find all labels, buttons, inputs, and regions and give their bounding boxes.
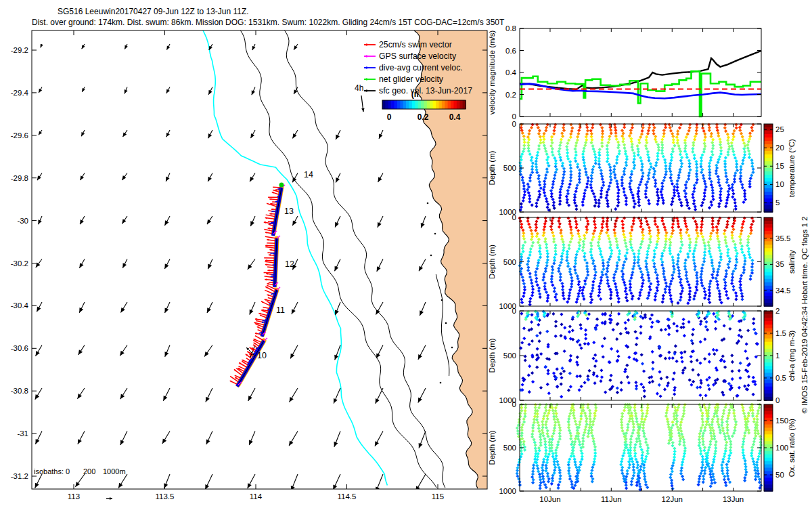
track-head-net-velocity bbox=[279, 183, 284, 188]
salinity-ytick-label: 0 bbox=[512, 213, 516, 221]
temperature-colorbar-tick: 25 bbox=[775, 125, 784, 133]
temperature-ylabel: Depth (m) bbox=[488, 150, 496, 185]
dive-number-label: 10 bbox=[257, 351, 267, 360]
date-tick-label: 10Jun bbox=[539, 495, 560, 503]
panel-salinity: 05001000Depth (m)34.53535.5salinity bbox=[488, 213, 796, 310]
temperature-colorbar-tick: 20 bbox=[775, 144, 784, 152]
oxygen-ylabel: Depth (m) bbox=[488, 430, 496, 465]
track-centerline bbox=[263, 290, 277, 335]
salinity-ylabel: Depth (m) bbox=[488, 245, 496, 279]
chla-ytick-label: 0 bbox=[512, 307, 516, 315]
figure: SG516 Leeuwin20170427 09-Jun 12Z to 13-J… bbox=[0, 0, 812, 508]
temperature-ytick-label: 0 bbox=[512, 120, 516, 128]
oxygen-ytick-label: 500 bbox=[503, 444, 516, 452]
map-lon-tick-label: 113 bbox=[68, 492, 80, 501]
panel-oxygen: 05001000Depth (m)50100150Ox. sat. ratio … bbox=[488, 400, 796, 503]
map-lat-tick-label: -31.2 bbox=[11, 472, 28, 480]
salinity-colorbar-tick: 35 bbox=[775, 260, 784, 268]
islet bbox=[427, 203, 429, 205]
salinity-colorbar-label: salinity bbox=[788, 250, 796, 274]
isobath-caption-prefix: isobaths: 0 bbox=[34, 467, 70, 475]
dive-number-label: 12 bbox=[285, 259, 294, 269]
date-tick-label: 11Jun bbox=[601, 495, 621, 503]
date-tick-label: 13Jun bbox=[723, 495, 744, 503]
isobath-caption-suffix: 1000m bbox=[103, 467, 126, 475]
chla-ytick-label: 500 bbox=[503, 352, 516, 360]
salinity-data bbox=[518, 216, 754, 306]
dive-number-label: 14 bbox=[304, 170, 313, 179]
chla-colorbar-label: chl-a (mg m-3) bbox=[788, 330, 796, 381]
dive-number-label: 11 bbox=[276, 305, 285, 315]
legend-item-label: sfc geo. vel. 13-Jun-2017 bbox=[379, 86, 472, 96]
salinity-colorbar-tick: 35.5 bbox=[775, 234, 790, 242]
map-colorbar-tick: 0.2 bbox=[418, 112, 429, 122]
oxygen-colorbar-label: Ox. sat. ratio (%) bbox=[788, 419, 796, 477]
legend-item-label: net glider velocity bbox=[379, 75, 444, 84]
isobath-caption-mid: 200 bbox=[83, 467, 95, 475]
dive-number-label: 13 bbox=[284, 207, 294, 216]
islet bbox=[434, 233, 436, 235]
temperature-data bbox=[518, 123, 754, 211]
chla-colorbar-tick: 0 bbox=[775, 396, 780, 404]
chla-colorbar-tick: 0.5 bbox=[775, 374, 786, 382]
velocity-ylabel: velocity magnitude (m/s) bbox=[488, 30, 496, 115]
isobath-1000m bbox=[240, 30, 436, 488]
map-scale-label: 4h bbox=[355, 83, 363, 93]
oxygen-data bbox=[516, 403, 763, 491]
legend-item-label: 25cm/s swim vector bbox=[379, 40, 452, 49]
chla-colorbar-tick: 1.5 bbox=[775, 329, 786, 337]
map-lon-tick-label: 114.5 bbox=[338, 492, 357, 501]
map-colorbar-tick: 0 bbox=[387, 112, 392, 122]
legend-item-label: dive-avg current veloc. bbox=[379, 63, 463, 72]
arrow-field bbox=[35, 44, 426, 492]
isobath-200m bbox=[203, 30, 387, 486]
salinity-colorbar-tick: 34.5 bbox=[775, 287, 790, 295]
oxygen-colorbar-tick: 150 bbox=[775, 417, 788, 425]
map-lat-tick-label: -30.2 bbox=[11, 259, 28, 268]
oxygen-colorbar-tick: 50 bbox=[775, 471, 784, 479]
salinity-colorbar: 34.53535.5salinity bbox=[764, 217, 796, 307]
salinity-ytick-label: 500 bbox=[503, 258, 516, 266]
oxygen-ytick-label: 0 bbox=[512, 400, 516, 408]
velocity-ytick-label: 0.8 bbox=[505, 24, 516, 33]
oxygen-colorbar-tick: 100 bbox=[775, 444, 788, 452]
velocity-ytick-label: 0.6 bbox=[505, 47, 516, 55]
islet bbox=[451, 347, 453, 349]
chla-colorbar: 00.511.52chl-a (mg m-3) bbox=[764, 307, 796, 404]
chla-colorbar-tick: 1 bbox=[775, 352, 780, 360]
temperature-colorbar-tick: 15 bbox=[775, 162, 784, 170]
track-centerline bbox=[238, 341, 264, 385]
map-lat-tick-label: -30.4 bbox=[11, 301, 29, 310]
temperature-colorbar-tick: 5 bbox=[775, 198, 780, 207]
map-lat-tick-label: -31 bbox=[17, 429, 28, 438]
map-lat-tick-label: -29.2 bbox=[11, 46, 28, 54]
map-lon-tick-label: 113.5 bbox=[156, 492, 175, 501]
map-lat-tick-label: -30.8 bbox=[11, 387, 28, 395]
oxygen-colorbar: 50100150Ox. sat. ratio (%) bbox=[764, 404, 796, 492]
chla-ylabel: Depth (m) bbox=[488, 338, 496, 373]
temperature-colorbar-label: temperature (°C) bbox=[788, 139, 796, 197]
title-line2: Dist. over ground: 174km. Dist. swum: 86… bbox=[32, 18, 505, 27]
panel-chla: 05001000Depth (m)00.511.52chl-a (mg m-3) bbox=[488, 307, 796, 404]
islet bbox=[445, 322, 447, 324]
temperature-ytick-label: 500 bbox=[503, 164, 516, 172]
oxygen-ytick-label: 1000 bbox=[499, 487, 516, 495]
isobath-deep bbox=[285, 30, 445, 488]
islet bbox=[440, 382, 442, 384]
panel-velocity: 00.20.40.60.8velocity magnitude (m/s) bbox=[488, 24, 761, 121]
map-lon-tick-label: 115 bbox=[432, 492, 444, 501]
map-lon-tick-label: 114 bbox=[250, 492, 263, 501]
title-line1: SG516 Leeuwin20170427 09-Jun 12Z to 13-J… bbox=[58, 7, 249, 16]
velocity-ytick-label: 0.2 bbox=[505, 91, 516, 99]
panel-temperature: 05001000Depth (m)510152025temperature (°… bbox=[488, 120, 796, 216]
chla-colorbar-tick: 2 bbox=[775, 307, 780, 315]
chla-data bbox=[519, 310, 759, 398]
legend-item-label: GPS surface velocity bbox=[379, 51, 457, 61]
map-colorbar-tick: 0.4 bbox=[449, 112, 461, 122]
right-panels: 00.20.40.60.8velocity magnitude (m/s)050… bbox=[488, 24, 796, 503]
map-lat-tick-label: -29.8 bbox=[11, 174, 28, 182]
velocity-ytick-label: 0.4 bbox=[505, 68, 517, 77]
map-panel: 101112131425cm/s swim vectorGPS surface … bbox=[11, 30, 487, 501]
side-caption: © IMOS 15-Feb-2019 04:42:34 Hobart time.… bbox=[800, 216, 809, 413]
temperature-colorbar: 510152025temperature (°C) bbox=[764, 124, 796, 213]
